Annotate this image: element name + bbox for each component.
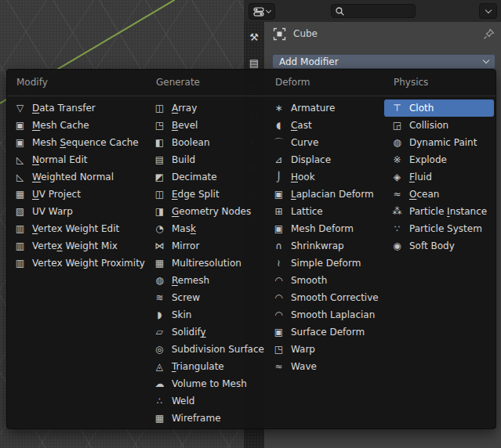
smooth-laplacian-icon: ◠ (272, 309, 285, 320)
menu-item-label: Remesh (172, 275, 209, 286)
menu-item-dynamic-paint[interactable]: ◍Dynamic Paint (384, 134, 494, 151)
menu-item-ocean[interactable]: ≈Ocean (384, 186, 494, 203)
mesh-cache-icon: ▣ (13, 120, 27, 131)
menu-item-array[interactable]: ◫Array (147, 99, 264, 117)
menu-item-hook[interactable]: ⌡Hook (266, 168, 383, 186)
menu-item-fluid[interactable]: ◈Fluid (384, 168, 494, 186)
menu-column-title: Modify (7, 70, 147, 92)
menu-column-modify: Modify▽Data Transfer▣Mesh Cache▣Mesh Seq… (7, 70, 147, 428)
menu-item-volume-to-mesh[interactable]: ☁Volume to Mesh (147, 375, 264, 392)
menu-item-soft-body[interactable]: ◉Soft Body (384, 237, 494, 255)
menu-item-boolean[interactable]: ◧Boolean (147, 134, 264, 151)
menu-item-particle-instance[interactable]: ⁂Particle Instance (384, 203, 494, 220)
hook-icon: ⌡ (272, 172, 285, 182)
menu-item-label: Data Transfer (32, 103, 96, 114)
menu-column-physics: Physics⊤Cloth◲Collision◍Dynamic Paint※Ex… (384, 70, 496, 428)
menu-item-label: Wireframe (172, 413, 221, 424)
menu-item-label: Particle System (409, 223, 482, 234)
smooth-corrective-icon: ◠ (272, 292, 285, 303)
menu-item-warp[interactable]: ◳Warp (266, 341, 383, 358)
menu-item-label: Soft Body (409, 240, 455, 251)
menu-item-bevel[interactable]: ◳Bevel (147, 117, 264, 134)
menu-item-label: Armature (291, 103, 335, 114)
menu-item-mesh-deform[interactable]: ▣Mesh Deform (266, 220, 383, 237)
dynamic-paint-icon: ◍ (390, 137, 404, 148)
menu-item-weld[interactable]: ∴Weld (147, 392, 264, 410)
tab-tool[interactable]: ⚒ (244, 25, 264, 49)
menu-item-shrinkwrap[interactable]: ∩Shrinkwrap (266, 237, 383, 255)
menu-item-label: Surface Deform (291, 327, 365, 338)
menu-item-label: Curve (291, 137, 318, 148)
menu-item-cast[interactable]: ◖Cast (266, 117, 383, 134)
warp-icon: ◳ (272, 344, 285, 355)
menu-item-label: Laplacian Deform (291, 189, 374, 200)
editor-type-button[interactable] (249, 3, 275, 20)
menu-item-collision[interactable]: ◲Collision (384, 117, 494, 134)
menu-item-label: Ocean (409, 189, 439, 200)
menu-item-geometry-nodes[interactable]: ◨Geometry Nodes (147, 203, 264, 220)
tool-icon: ⚒ (249, 31, 259, 43)
menu-item-skin[interactable]: ◗Skin (147, 306, 264, 323)
add-modifier-button[interactable]: Add Modifier (272, 54, 496, 69)
menu-item-label: Array (172, 103, 197, 114)
menu-item-explode[interactable]: ※Explode (384, 151, 494, 168)
mirror-icon: ⋈ (153, 240, 166, 251)
menu-item-wireframe[interactable]: ▦Wireframe (147, 410, 264, 427)
menu-item-mesh-cache[interactable]: ▣Mesh Cache (7, 117, 145, 134)
search-input[interactable] (347, 6, 410, 16)
menu-item-screw[interactable]: ≋Screw (147, 289, 264, 306)
menu-item-uv-project[interactable]: ▦UV Project (7, 186, 145, 203)
menu-item-armature[interactable]: ∗Armature (266, 99, 383, 117)
menu-item-build[interactable]: ▤Build (147, 151, 264, 168)
menu-item-vertex-weight-mix[interactable]: ▥Vertex Weight Mix (7, 237, 145, 255)
menu-item-uv-warp[interactable]: ▨UV Warp (7, 203, 145, 220)
uv-warp-icon: ▨ (13, 206, 27, 217)
menu-item-curve[interactable]: ⌒Curve (266, 134, 383, 151)
menu-item-mirror[interactable]: ⋈Mirror (147, 237, 264, 255)
decimate-icon: ◩ (153, 172, 166, 182)
menu-item-smooth-corrective[interactable]: ◠Smooth Corrective (266, 289, 383, 306)
array-icon: ◫ (153, 103, 166, 114)
cloth-icon: ⊤ (390, 103, 404, 114)
menu-item-label: Mirror (172, 240, 199, 251)
menu-item-multiresolution[interactable]: ▦Multiresolution (147, 255, 264, 272)
menu-item-mask[interactable]: ◔Mask (147, 220, 264, 237)
object-name-label: Cube (293, 28, 318, 39)
vertex-weight-proximity-icon: ▥ (13, 258, 27, 269)
menu-item-smooth-laplacian[interactable]: ◠Smooth Laplacian (266, 306, 383, 323)
pin-icon[interactable] (482, 27, 496, 41)
menu-item-label: Boolean (172, 137, 210, 148)
menu-item-simple-deform[interactable]: ≀Simple Deform (266, 255, 383, 272)
menu-item-solidify[interactable]: ▱Solidify (147, 323, 264, 341)
menu-item-laplacian-deform[interactable]: ▣Laplacian Deform (266, 186, 383, 203)
menu-item-weighted-normal[interactable]: ◺Weighted Normal (7, 168, 145, 186)
menu-item-decimate[interactable]: ◩Decimate (147, 168, 264, 186)
breadcrumb: Cube (264, 22, 501, 45)
menu-item-smooth[interactable]: ◠Smooth (266, 272, 383, 289)
search-box[interactable] (331, 4, 416, 18)
volume-to-mesh-icon: ☁ (153, 378, 166, 389)
menu-item-lattice[interactable]: ⊞Lattice (266, 203, 383, 220)
mesh-sequence-cache-icon: ▣ (13, 137, 27, 148)
menu-item-mesh-sequence-cache[interactable]: ▣Mesh Sequence Cache (7, 134, 145, 151)
header-options-button[interactable] (479, 3, 497, 19)
menu-item-edge-split[interactable]: ◫Edge Split (147, 186, 264, 203)
menu-item-remesh[interactable]: ◍Remesh (147, 272, 264, 289)
object-icon (273, 27, 286, 41)
menu-item-triangulate[interactable]: ◬Triangulate (147, 358, 264, 375)
menu-item-subdivision-surface[interactable]: ◎Subdivision Surface (147, 341, 264, 358)
menu-item-normal-edit[interactable]: ◺Normal Edit (7, 151, 145, 168)
menu-item-cloth[interactable]: ⊤Cloth (384, 99, 494, 117)
menu-item-particle-system[interactable]: ∵Particle System (384, 220, 494, 237)
menu-item-vertex-weight-proximity[interactable]: ▥Vertex Weight Proximity (7, 255, 145, 272)
menu-item-surface-deform[interactable]: ▣Surface Deform (266, 323, 383, 341)
menu-item-wave[interactable]: ≈Wave (266, 358, 383, 375)
surface-deform-icon: ▣ (272, 327, 285, 338)
menu-item-data-transfer[interactable]: ▽Data Transfer (7, 99, 145, 117)
menu-item-displace[interactable]: ⊿Displace (266, 151, 383, 168)
menu-item-vertex-weight-edit[interactable]: ▥Vertex Weight Edit (7, 220, 145, 237)
weld-icon: ∴ (153, 396, 166, 406)
vertex-weight-mix-icon: ▥ (13, 240, 27, 251)
search-icon (335, 6, 345, 16)
simple-deform-icon: ≀ (272, 258, 285, 269)
